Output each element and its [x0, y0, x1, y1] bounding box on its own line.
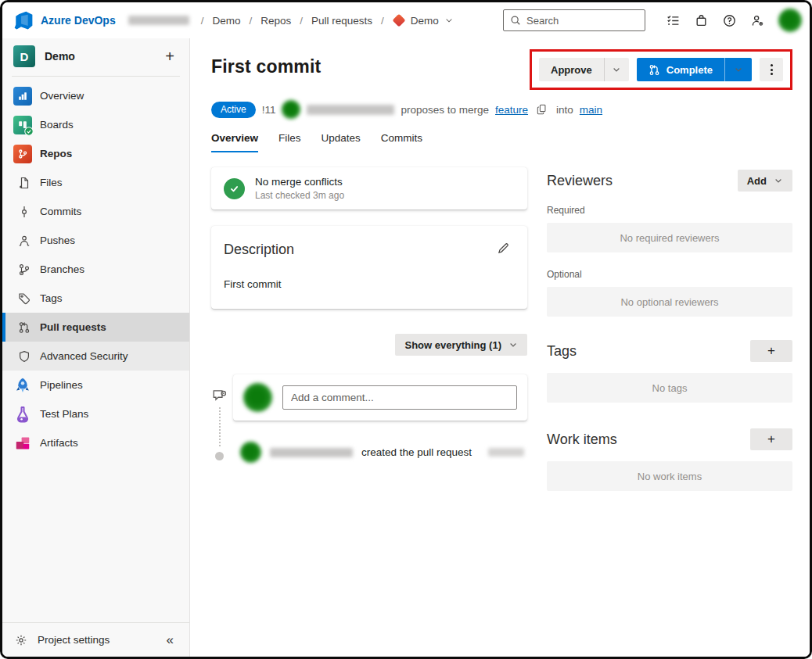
- project-header[interactable]: D Demo +: [2, 38, 189, 74]
- sidebar-item-pushes[interactable]: Pushes: [2, 226, 189, 255]
- tab-overview[interactable]: Overview: [211, 132, 258, 152]
- complete-dropdown-button[interactable]: [724, 58, 752, 81]
- sidebar-item-test-plans[interactable]: Test Plans: [2, 399, 189, 428]
- no-work-items: No work items: [547, 461, 792, 491]
- sidebar-item-commits[interactable]: Commits: [2, 197, 189, 226]
- add-tag-button[interactable]: +: [750, 340, 792, 362]
- user-settings-button[interactable]: [746, 9, 769, 32]
- user-avatar[interactable]: [778, 9, 802, 32]
- copy-icon[interactable]: [537, 104, 548, 115]
- breadcrumb-project[interactable]: Demo: [212, 15, 240, 27]
- pr-number: !11: [262, 104, 276, 116]
- topbar-actions: [503, 9, 802, 32]
- timeline-event: created the pull request: [240, 442, 527, 463]
- brand-text[interactable]: Azure DevOps: [41, 14, 116, 27]
- breadcrumb-service[interactable]: Repos: [260, 15, 291, 27]
- chevron-down-icon: [508, 340, 518, 349]
- sidebar-item-branches[interactable]: Branches: [2, 255, 189, 284]
- person-gear-icon: [751, 14, 764, 27]
- help-button[interactable]: [717, 9, 741, 32]
- merge-status-title: No merge conflicts: [255, 176, 344, 188]
- organization-name-redacted[interactable]: [128, 16, 189, 25]
- test-plans-icon: [13, 405, 32, 424]
- add-reviewer-button[interactable]: Add: [738, 170, 792, 192]
- search-input[interactable]: [526, 15, 638, 27]
- collapse-sidebar-button[interactable]: «: [167, 632, 177, 648]
- help-icon: [723, 14, 736, 27]
- repo-selector[interactable]: Demo: [393, 15, 454, 27]
- source-branch-link[interactable]: feature: [495, 104, 528, 116]
- search-icon: [510, 15, 521, 26]
- project-settings-label: Project settings: [38, 634, 110, 646]
- search-box[interactable]: [503, 9, 645, 31]
- project-avatar: D: [13, 45, 35, 67]
- pr-tabs: Overview Files Updates Commits: [211, 132, 792, 152]
- more-actions-button[interactable]: [760, 58, 783, 81]
- chevron-down-icon: [444, 16, 454, 25]
- merge-status-subtitle: Last checked 3m ago: [255, 190, 344, 201]
- repo-icon: [392, 14, 405, 27]
- azure-devops-logo[interactable]: [13, 10, 34, 30]
- add-project-item-button[interactable]: +: [158, 45, 181, 68]
- main-content: First commit Approve Complete: [190, 38, 810, 657]
- sidebar-item-overview[interactable]: Overview: [2, 81, 189, 110]
- approve-split-button: Approve: [539, 58, 629, 81]
- breadcrumb: / Demo / Repos / Pull requests / Demo: [192, 15, 454, 27]
- sidebar-item-pipelines[interactable]: Pipelines: [2, 371, 189, 399]
- branches-icon: [18, 263, 31, 276]
- app-window: Azure DevOps / Demo / Repos / Pull reque…: [0, 0, 812, 659]
- author-avatar: [282, 100, 300, 119]
- tab-files[interactable]: Files: [278, 132, 301, 152]
- sidebar-item-repos[interactable]: Repos: [2, 139, 189, 168]
- sidebar-item-advanced-security[interactable]: Advanced Security: [2, 342, 189, 371]
- add-comment-icon: [212, 389, 226, 403]
- top-bar: Azure DevOps / Demo / Repos / Pull reque…: [2, 2, 810, 38]
- pull-request-icon: [649, 64, 660, 76]
- work-items-list-button[interactable]: [661, 9, 684, 32]
- author-name-redacted: [307, 105, 394, 115]
- tab-updates[interactable]: Updates: [322, 132, 361, 152]
- marketplace-button[interactable]: [689, 9, 713, 32]
- artifacts-icon: [13, 434, 32, 453]
- comment-input[interactable]: [282, 385, 517, 410]
- reviewers-title: Reviewers: [547, 173, 613, 189]
- sidebar-nav: Overview Boards Repos: [2, 81, 189, 457]
- timeline-filter-button[interactable]: Show everything (1): [395, 334, 527, 356]
- event-author-name-redacted: [270, 448, 353, 457]
- sidebar-item-pull-requests[interactable]: Pull requests: [2, 313, 189, 342]
- tab-commits[interactable]: Commits: [381, 132, 422, 152]
- approve-dropdown-button[interactable]: [604, 58, 629, 81]
- no-tags: No tags: [547, 373, 792, 403]
- page-title: First commit: [211, 56, 321, 77]
- current-user-avatar: [243, 383, 272, 412]
- event-text: created the pull request: [361, 446, 472, 458]
- pr-timeline: created the pull request: [211, 374, 527, 463]
- files-icon: [18, 177, 31, 189]
- edit-pencil-icon[interactable]: [497, 242, 510, 255]
- success-check-icon: [224, 178, 245, 199]
- target-branch-link[interactable]: main: [580, 104, 602, 116]
- breadcrumb-page[interactable]: Pull requests: [311, 15, 372, 27]
- no-optional-reviewers: No optional reviewers: [547, 287, 792, 317]
- shield-icon: [18, 350, 31, 363]
- sidebar-item-files[interactable]: Files: [2, 168, 189, 197]
- sidebar-item-tags[interactable]: Tags: [2, 284, 189, 313]
- no-required-reviewers: No required reviewers: [547, 223, 792, 252]
- event-author-avatar: [240, 442, 261, 463]
- sidebar: D Demo + Overview Boards: [2, 38, 190, 657]
- add-work-item-button[interactable]: +: [750, 428, 792, 450]
- sidebar-item-boards[interactable]: Boards: [2, 110, 189, 139]
- required-reviewers-label: Required: [547, 205, 792, 216]
- checklist-icon: [666, 14, 680, 27]
- sidebar-item-artifacts[interactable]: Artifacts: [2, 428, 189, 457]
- work-items-title: Work items: [547, 432, 617, 448]
- merge-status-card: No merge conflicts Last checked 3m ago: [211, 167, 527, 210]
- timeline-event-dot: [215, 452, 224, 460]
- merge-sentence-part2: into: [556, 104, 573, 116]
- chevron-down-icon: [774, 176, 783, 185]
- project-settings-row[interactable]: Project settings «: [2, 622, 189, 657]
- approve-button[interactable]: Approve: [539, 58, 604, 81]
- complete-button[interactable]: Complete: [637, 58, 724, 81]
- pr-status-row: Active !11 proposes to merge feature int…: [211, 100, 792, 119]
- complete-split-button: Complete: [637, 58, 752, 81]
